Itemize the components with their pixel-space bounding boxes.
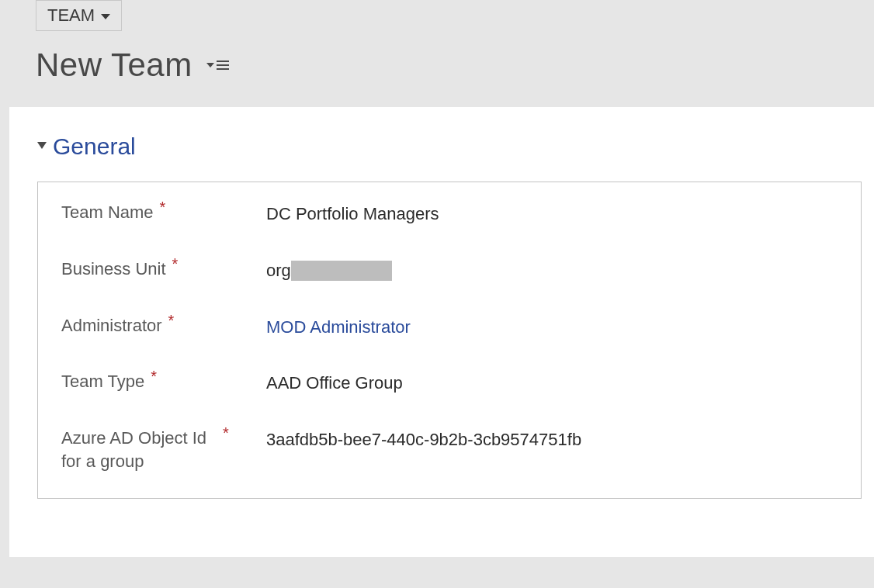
required-icon: * xyxy=(172,256,179,272)
field-label: Team Type * xyxy=(61,370,266,393)
label-text: Azure AD Object Id for a group xyxy=(61,427,217,472)
business-unit-lookup[interactable]: org xyxy=(266,258,392,283)
general-section-fields: Team Name * DC Portfolio Managers Busine… xyxy=(37,182,862,499)
menu-icon xyxy=(217,61,229,70)
field-business-unit: Business Unit * org xyxy=(61,258,841,283)
form-body: General Team Name * DC Portfolio Manager… xyxy=(9,107,874,557)
aad-object-id-input[interactable]: 3aafdb5b-bee7-440c-9b2b-3cb9574751fb xyxy=(266,427,581,452)
record-menu-button[interactable] xyxy=(206,61,229,70)
required-icon: * xyxy=(160,199,166,215)
chevron-down-icon xyxy=(37,142,47,154)
field-aad-object-id: Azure AD Object Id for a group * 3aafdb5… xyxy=(61,427,841,472)
business-unit-link[interactable]: org xyxy=(266,259,291,283)
section-toggle-general[interactable]: General xyxy=(37,133,874,160)
section-title: General xyxy=(53,133,136,160)
required-icon: * xyxy=(151,368,157,384)
entity-type-label: TEAM xyxy=(47,5,95,26)
field-team-type: Team Type * AAD Office Group xyxy=(61,370,841,396)
chevron-down-icon xyxy=(206,63,214,67)
field-label: Business Unit * xyxy=(61,258,266,281)
required-icon: * xyxy=(168,313,175,328)
administrator-lookup[interactable]: MOD Administrator xyxy=(266,314,411,340)
label-text: Team Type xyxy=(61,370,144,393)
label-text: Administrator xyxy=(61,314,162,337)
team-name-input[interactable]: DC Portfolio Managers xyxy=(266,201,439,227)
label-text: Business Unit xyxy=(61,258,166,281)
field-label: Azure AD Object Id for a group * xyxy=(61,427,266,472)
label-text: Team Name xyxy=(61,201,154,224)
form-header: TEAM New Team xyxy=(0,0,874,107)
page-title: New Team xyxy=(36,47,192,84)
redacted-block xyxy=(291,261,392,281)
team-type-select[interactable]: AAD Office Group xyxy=(266,370,403,396)
field-administrator: Administrator * MOD Administrator xyxy=(61,314,841,340)
field-team-name: Team Name * DC Portfolio Managers xyxy=(61,201,841,227)
required-icon: * xyxy=(223,425,229,441)
entity-type-dropdown[interactable]: TEAM xyxy=(36,0,122,31)
field-label: Administrator * xyxy=(61,314,266,337)
chevron-down-icon xyxy=(101,14,110,19)
field-label: Team Name * xyxy=(61,201,266,224)
